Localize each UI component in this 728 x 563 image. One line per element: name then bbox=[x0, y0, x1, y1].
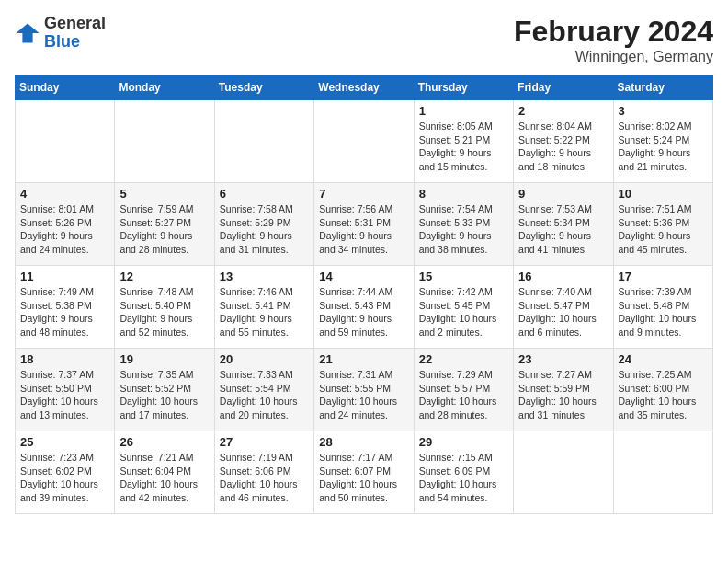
day-number: 8 bbox=[419, 187, 508, 201]
calendar-week-row: 25Sunrise: 7:23 AM Sunset: 6:02 PM Dayli… bbox=[16, 431, 713, 514]
calendar-cell: 18Sunrise: 7:37 AM Sunset: 5:50 PM Dayli… bbox=[16, 349, 115, 431]
day-number: 26 bbox=[119, 435, 209, 449]
logo: General Blue bbox=[15, 15, 106, 52]
day-info: Sunrise: 7:15 AM Sunset: 6:09 PM Dayligh… bbox=[419, 451, 508, 505]
calendar-cell: 12Sunrise: 7:48 AM Sunset: 5:40 PM Dayli… bbox=[115, 266, 214, 349]
calendar-week-row: 18Sunrise: 7:37 AM Sunset: 5:50 PM Dayli… bbox=[16, 349, 713, 431]
day-number: 19 bbox=[119, 352, 209, 366]
day-info: Sunrise: 7:53 AM Sunset: 5:34 PM Dayligh… bbox=[518, 202, 608, 257]
calendar-cell: 7Sunrise: 7:56 AM Sunset: 5:31 PM Daylig… bbox=[314, 183, 414, 266]
calendar-cell: 29Sunrise: 7:15 AM Sunset: 6:09 PM Dayli… bbox=[414, 431, 513, 514]
calendar-cell: 26Sunrise: 7:21 AM Sunset: 6:04 PM Dayli… bbox=[115, 431, 214, 514]
calendar-subtitle: Winningen, Germany bbox=[514, 49, 713, 65]
day-info: Sunrise: 7:21 AM Sunset: 6:04 PM Dayligh… bbox=[119, 451, 209, 505]
day-number: 12 bbox=[119, 270, 209, 283]
day-info: Sunrise: 7:42 AM Sunset: 5:45 PM Dayligh… bbox=[419, 285, 508, 339]
day-info: Sunrise: 7:37 AM Sunset: 5:50 PM Dayligh… bbox=[20, 368, 109, 422]
day-info: Sunrise: 8:04 AM Sunset: 5:22 PM Dayligh… bbox=[518, 120, 608, 174]
calendar-table: SundayMondayTuesdayWednesdayThursdayFrid… bbox=[15, 75, 713, 514]
header-row: SundayMondayTuesdayWednesdayThursdayFrid… bbox=[16, 75, 713, 100]
page-header: General Blue February 2024 Winningen, Ge… bbox=[15, 15, 713, 65]
day-number: 5 bbox=[119, 187, 209, 201]
day-number: 24 bbox=[619, 352, 708, 366]
header-day: Friday bbox=[514, 75, 613, 100]
day-number: 3 bbox=[619, 104, 708, 118]
header-day: Monday bbox=[115, 75, 214, 100]
day-info: Sunrise: 7:17 AM Sunset: 6:07 PM Dayligh… bbox=[319, 451, 408, 505]
day-info: Sunrise: 7:48 AM Sunset: 5:40 PM Dayligh… bbox=[119, 285, 209, 339]
header-day: Wednesday bbox=[314, 75, 414, 100]
day-info: Sunrise: 7:49 AM Sunset: 5:38 PM Dayligh… bbox=[20, 285, 109, 339]
calendar-cell: 24Sunrise: 7:25 AM Sunset: 6:00 PM Dayli… bbox=[613, 349, 712, 431]
calendar-cell: 3Sunrise: 8:02 AM Sunset: 5:24 PM Daylig… bbox=[613, 100, 712, 183]
calendar-cell: 1Sunrise: 8:05 AM Sunset: 5:21 PM Daylig… bbox=[414, 100, 513, 183]
calendar-cell: 6Sunrise: 7:58 AM Sunset: 5:29 PM Daylig… bbox=[214, 183, 313, 266]
calendar-cell: 13Sunrise: 7:46 AM Sunset: 5:41 PM Dayli… bbox=[214, 266, 313, 349]
calendar-cell: 4Sunrise: 8:01 AM Sunset: 5:26 PM Daylig… bbox=[16, 183, 115, 266]
day-number: 25 bbox=[20, 435, 109, 449]
day-info: Sunrise: 7:35 AM Sunset: 5:52 PM Dayligh… bbox=[119, 368, 209, 422]
day-number: 17 bbox=[619, 270, 708, 283]
header-day: Tuesday bbox=[214, 75, 313, 100]
calendar-cell: 5Sunrise: 7:59 AM Sunset: 5:27 PM Daylig… bbox=[115, 183, 214, 266]
day-info: Sunrise: 7:23 AM Sunset: 6:02 PM Dayligh… bbox=[20, 451, 109, 505]
calendar-cell: 15Sunrise: 7:42 AM Sunset: 5:45 PM Dayli… bbox=[414, 266, 513, 349]
calendar-week-row: 11Sunrise: 7:49 AM Sunset: 5:38 PM Dayli… bbox=[16, 266, 713, 349]
day-info: Sunrise: 7:58 AM Sunset: 5:29 PM Dayligh… bbox=[220, 202, 309, 257]
calendar-cell: 25Sunrise: 7:23 AM Sunset: 6:02 PM Dayli… bbox=[16, 431, 115, 514]
day-info: Sunrise: 7:25 AM Sunset: 6:00 PM Dayligh… bbox=[619, 368, 708, 422]
day-number: 29 bbox=[419, 435, 508, 449]
day-info: Sunrise: 8:01 AM Sunset: 5:26 PM Dayligh… bbox=[20, 202, 109, 257]
day-info: Sunrise: 7:54 AM Sunset: 5:33 PM Dayligh… bbox=[419, 202, 508, 257]
day-number: 14 bbox=[319, 270, 408, 283]
calendar-cell: 17Sunrise: 7:39 AM Sunset: 5:48 PM Dayli… bbox=[613, 266, 712, 349]
day-info: Sunrise: 7:40 AM Sunset: 5:47 PM Dayligh… bbox=[518, 285, 608, 339]
day-info: Sunrise: 7:44 AM Sunset: 5:43 PM Dayligh… bbox=[319, 285, 408, 339]
calendar-cell: 22Sunrise: 7:29 AM Sunset: 5:57 PM Dayli… bbox=[414, 349, 513, 431]
calendar-cell: 10Sunrise: 7:51 AM Sunset: 5:36 PM Dayli… bbox=[613, 183, 712, 266]
calendar-cell: 21Sunrise: 7:31 AM Sunset: 5:55 PM Dayli… bbox=[314, 349, 414, 431]
day-info: Sunrise: 7:59 AM Sunset: 5:27 PM Dayligh… bbox=[119, 202, 209, 257]
day-info: Sunrise: 7:56 AM Sunset: 5:31 PM Dayligh… bbox=[319, 202, 408, 257]
day-number: 15 bbox=[419, 270, 508, 283]
header-day: Thursday bbox=[414, 75, 513, 100]
calendar-cell bbox=[314, 100, 414, 183]
day-info: Sunrise: 7:51 AM Sunset: 5:36 PM Dayligh… bbox=[619, 202, 708, 257]
day-info: Sunrise: 7:19 AM Sunset: 6:06 PM Dayligh… bbox=[220, 451, 309, 505]
day-info: Sunrise: 8:02 AM Sunset: 5:24 PM Dayligh… bbox=[619, 120, 708, 174]
calendar-title: February 2024 bbox=[514, 15, 713, 49]
svg-marker-0 bbox=[16, 23, 39, 42]
day-number: 6 bbox=[220, 187, 309, 201]
day-info: Sunrise: 7:33 AM Sunset: 5:54 PM Dayligh… bbox=[220, 368, 309, 422]
day-number: 20 bbox=[220, 352, 309, 366]
calendar-cell: 16Sunrise: 7:40 AM Sunset: 5:47 PM Dayli… bbox=[514, 266, 613, 349]
day-info: Sunrise: 7:46 AM Sunset: 5:41 PM Dayligh… bbox=[220, 285, 309, 339]
calendar-cell bbox=[115, 100, 214, 183]
header-day: Saturday bbox=[613, 75, 712, 100]
day-info: Sunrise: 7:27 AM Sunset: 5:59 PM Dayligh… bbox=[518, 368, 608, 422]
calendar-cell bbox=[214, 100, 313, 183]
day-info: Sunrise: 7:39 AM Sunset: 5:48 PM Dayligh… bbox=[619, 285, 708, 339]
day-number: 16 bbox=[518, 270, 608, 283]
day-info: Sunrise: 7:29 AM Sunset: 5:57 PM Dayligh… bbox=[419, 368, 508, 422]
calendar-cell: 23Sunrise: 7:27 AM Sunset: 5:59 PM Dayli… bbox=[514, 349, 613, 431]
day-number: 21 bbox=[319, 352, 408, 366]
calendar-cell: 27Sunrise: 7:19 AM Sunset: 6:06 PM Dayli… bbox=[214, 431, 313, 514]
calendar-cell bbox=[16, 100, 115, 183]
day-number: 10 bbox=[619, 187, 708, 201]
calendar-cell bbox=[514, 431, 613, 514]
calendar-cell: 20Sunrise: 7:33 AM Sunset: 5:54 PM Dayli… bbox=[214, 349, 313, 431]
day-number: 4 bbox=[20, 187, 109, 201]
logo-text: General Blue bbox=[44, 15, 106, 52]
calendar-cell: 28Sunrise: 7:17 AM Sunset: 6:07 PM Dayli… bbox=[314, 431, 414, 514]
day-number: 2 bbox=[518, 104, 608, 118]
calendar-cell: 2Sunrise: 8:04 AM Sunset: 5:22 PM Daylig… bbox=[514, 100, 613, 183]
day-number: 1 bbox=[419, 104, 508, 118]
day-number: 22 bbox=[419, 352, 508, 366]
calendar-cell: 8Sunrise: 7:54 AM Sunset: 5:33 PM Daylig… bbox=[414, 183, 513, 266]
logo-blue: Blue bbox=[44, 32, 80, 51]
logo-general: General bbox=[44, 14, 106, 32]
day-number: 9 bbox=[518, 187, 608, 201]
title-block: February 2024 Winningen, Germany bbox=[514, 15, 713, 65]
day-number: 23 bbox=[518, 352, 608, 366]
